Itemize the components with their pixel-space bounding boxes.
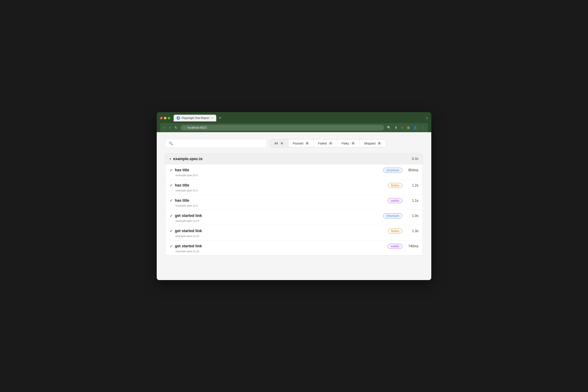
test-duration: 1.3s: [406, 229, 418, 233]
test-duration: 1.1s: [406, 199, 418, 202]
filter-all-label: All: [274, 142, 278, 145]
suite-header[interactable]: ▾ example.spec.ts 6.3s: [166, 154, 422, 164]
test-left: ✓ has title: [170, 168, 189, 172]
traffic-light-red[interactable]: [160, 117, 163, 119]
test-name: get started link: [175, 214, 202, 218]
test-left: ✓ get started link: [170, 214, 202, 218]
test-file: example.spec.ts:10: [176, 234, 418, 238]
filter-flaky-count: 0: [351, 142, 355, 145]
tab-title: Playwright Test Report: [182, 116, 209, 120]
tab-favicon: ⊕: [176, 116, 180, 120]
profile-button[interactable]: 👤: [412, 125, 418, 130]
test-name: get started link: [175, 244, 202, 248]
test-name: get started link: [175, 229, 202, 233]
browser-badge: webkit: [388, 244, 402, 249]
browser-window: ⊕ Playwright Test Report × + ∨ ‹ › ↻ ⓘ l…: [157, 112, 431, 280]
zoom-button[interactable]: 🔍: [386, 125, 392, 130]
address-lock-icon: ⓘ: [183, 126, 186, 130]
forward-button[interactable]: ›: [168, 125, 172, 130]
address-text: localhost:9323: [188, 126, 206, 129]
table-row[interactable]: ✓ has title webkit 1.1s example.spec.ts:…: [166, 195, 422, 210]
test-right: webkit 1.1s: [388, 198, 418, 203]
filter-skipped-button[interactable]: Skipped 0: [360, 140, 386, 147]
test-right: firefox 1.2s: [388, 183, 418, 188]
browser-badge: chromium: [383, 213, 402, 218]
test-row-main: ✓ has title firefox 1.2s: [170, 183, 418, 188]
test-right: webkit 740ms: [388, 244, 418, 249]
address-bar[interactable]: ⓘ localhost:9323: [180, 125, 384, 130]
test-row-main: ✓ get started link chromium 1.0s: [170, 213, 418, 218]
table-row[interactable]: ✓ get started link firefox 1.3s example.…: [166, 225, 422, 240]
suite-chevron-icon: ▾: [170, 157, 171, 160]
test-duration: 740ms: [406, 244, 418, 248]
filter-flaky-label: Flaky: [342, 142, 349, 145]
pass-check-icon: ✓: [170, 168, 173, 172]
test-file: example.spec.ts:10: [176, 219, 418, 222]
suite-duration: 6.3s: [412, 157, 418, 161]
reload-button[interactable]: ↻: [174, 125, 179, 130]
test-left: ✓ has title: [170, 183, 189, 188]
search-icon: 🔍: [169, 141, 173, 145]
test-row-main: ✓ get started link firefox 1.3s: [170, 228, 418, 234]
table-row[interactable]: ✓ has title firefox 1.2s example.spec.ts…: [166, 180, 422, 195]
new-tab-button[interactable]: +: [219, 116, 221, 120]
test-duration: 954ms: [406, 168, 418, 172]
filter-all-button[interactable]: All 6: [270, 140, 288, 147]
filter-all-count: 6: [280, 142, 284, 145]
test-left: ✓ get started link: [170, 229, 202, 234]
menu-button[interactable]: ⋮: [420, 125, 425, 130]
test-right: chromium 954ms: [383, 168, 418, 173]
pass-check-icon: ✓: [170, 183, 173, 188]
table-row[interactable]: ✓ has title chromium 954ms example.spec.…: [166, 164, 422, 180]
filter-buttons: All 6 Passed 6 Failed 0 Flaky 0 Skipped: [270, 139, 386, 148]
table-row[interactable]: ✓ get started link chromium 1.0s example…: [166, 210, 422, 225]
filter-flaky-button[interactable]: Flaky 0: [337, 140, 360, 147]
extensions-button[interactable]: ⊞: [406, 125, 411, 130]
traffic-light-yellow[interactable]: [164, 117, 166, 119]
share-button[interactable]: ⬆: [393, 125, 398, 130]
filter-passed-label: Passed: [293, 142, 303, 145]
filter-failed-button[interactable]: Failed 0: [314, 140, 337, 147]
test-right: chromium 1.0s: [383, 213, 418, 218]
bookmark-button[interactable]: ☆: [400, 125, 405, 130]
test-name: has title: [175, 183, 189, 188]
test-left: ✓ has title: [170, 198, 189, 203]
search-box: 🔍: [165, 139, 266, 148]
test-row-main: ✓ has title webkit 1.1s: [170, 198, 418, 203]
filter-passed-count: 6: [305, 142, 310, 145]
test-file: example.spec.ts:3: [176, 204, 418, 207]
filter-skipped-count: 0: [377, 142, 382, 145]
filter-failed-count: 0: [328, 142, 333, 145]
suite-title-area: ▾ example.spec.ts: [170, 157, 202, 161]
pass-check-icon: ✓: [170, 198, 173, 203]
test-name: has title: [175, 168, 189, 172]
browser-titlebar: ⊕ Playwright Test Report × + ∨ ‹ › ↻ ⓘ l…: [157, 112, 431, 132]
page-content: 🔍 All 6 Passed 6 Failed 0 Flaky 0: [157, 132, 431, 280]
test-file: example.spec.ts:10: [176, 250, 418, 253]
back-button[interactable]: ‹: [163, 125, 166, 130]
test-file: example.spec.ts:3: [176, 189, 418, 192]
test-right: firefox 1.3s: [388, 228, 418, 234]
browser-badge: firefox: [388, 183, 402, 188]
filter-skipped-label: Skipped: [364, 142, 375, 145]
tab-dropdown-button[interactable]: ∨: [426, 116, 428, 120]
toolbar-actions: 🔍 ⬆ ☆ ⊞ 👤 ⋮: [386, 125, 425, 130]
filter-failed-label: Failed: [318, 142, 327, 145]
tab-row: ⊕ Playwright Test Report × + ∨: [160, 115, 428, 122]
active-tab[interactable]: ⊕ Playwright Test Report ×: [174, 115, 216, 122]
test-name: has title: [175, 198, 189, 203]
traffic-lights: [160, 117, 170, 119]
test-file: example.spec.ts:3: [176, 174, 418, 177]
test-row-main: ✓ has title chromium 954ms: [170, 168, 418, 173]
test-duration: 1.0s: [406, 214, 418, 218]
table-row[interactable]: ✓ get started link webkit 740ms example.…: [166, 240, 422, 255]
search-input[interactable]: [175, 142, 263, 145]
filter-passed-button[interactable]: Passed 6: [288, 140, 314, 147]
traffic-light-green[interactable]: [168, 117, 170, 119]
suite-name: example.spec.ts: [173, 157, 202, 161]
pass-check-icon: ✓: [170, 214, 173, 218]
pass-check-icon: ✓: [170, 229, 173, 234]
browser-toolbar: ‹ › ↻ ⓘ localhost:9323 🔍 ⬆ ☆ ⊞ 👤 ⋮: [160, 123, 428, 132]
test-duration: 1.2s: [406, 184, 418, 187]
tab-close-button[interactable]: ×: [211, 116, 213, 120]
